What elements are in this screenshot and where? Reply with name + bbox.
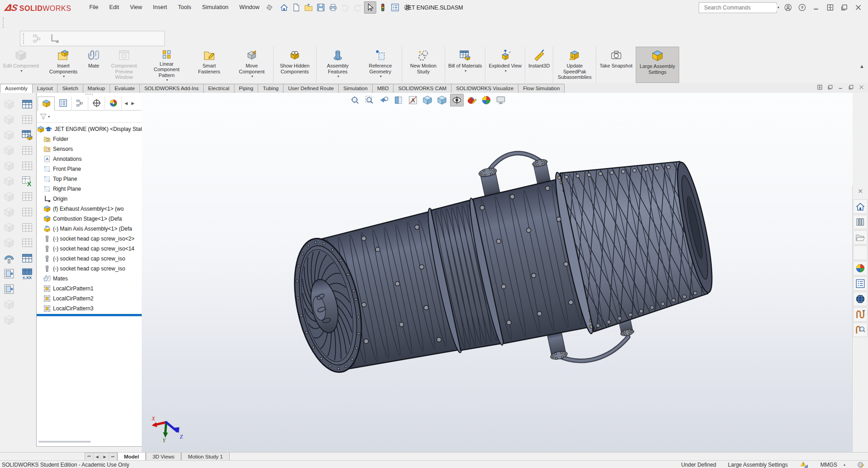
quick-access-button[interactable]: ▾ (291, 2, 302, 13)
hud-button[interactable]: ▾ (378, 94, 390, 106)
next-tab-icon[interactable]: ▶ (101, 454, 109, 459)
tree-item[interactable]: ▶ Sensors (37, 144, 142, 154)
tree-item[interactable]: ▶ Origin (37, 194, 142, 204)
commandmanager-tab[interactable]: Piping (234, 84, 259, 93)
doc-window-button[interactable] (858, 84, 864, 90)
task-pane-button[interactable] (853, 246, 868, 260)
quick-access-button[interactable]: ▾ (352, 2, 363, 13)
commandmanager-tab[interactable]: Markup (83, 84, 110, 93)
ribbon-button[interactable]: Take Snapshot (596, 47, 636, 83)
panel-tab[interactable] (88, 96, 105, 110)
task-pane-button[interactable] (853, 276, 868, 291)
commandmanager-tab[interactable]: User Defined Route (283, 84, 339, 93)
prev-tab-icon[interactable]: ◀ (93, 454, 101, 459)
left-toolbar-icon[interactable] (3, 281, 15, 297)
ribbon-button[interactable]: Insert Components▾ (42, 47, 85, 83)
units-caret-icon[interactable]: ▴ (844, 463, 845, 467)
tree-item[interactable]: ▶ Folder (37, 134, 142, 144)
titlebar-button[interactable] (781, 3, 795, 12)
left-toolbar-icon[interactable] (21, 174, 33, 189)
hud-button[interactable]: ▾ (436, 94, 448, 106)
search-commands-box[interactable]: ▾ (699, 2, 777, 13)
left-toolbar-icon[interactable] (21, 158, 33, 174)
menu-item[interactable]: Window (234, 0, 265, 15)
toolbar-drag-handle[interactable] (3, 17, 5, 28)
ribbon-button[interactable]: Reference Geometry▾ (359, 47, 402, 83)
tree-item[interactable]: ▶ Annotations (37, 154, 142, 164)
document-tab[interactable]: Model (117, 453, 146, 461)
quick-access-button[interactable]: ▾ (402, 2, 413, 13)
tree-item[interactable]: ▶ (-) socket head cap screw_iso (37, 254, 142, 264)
performance-warning-icon[interactable] (800, 461, 809, 468)
document-tab[interactable]: 3D Views (146, 453, 181, 461)
units-selector[interactable]: MMGS ▴ (820, 462, 845, 468)
quick-access-button[interactable]: ▾ (340, 2, 351, 13)
commandmanager-tab[interactable]: Tubing (258, 84, 283, 93)
tree-horizontal-scrollbar[interactable] (38, 441, 91, 443)
left-toolbar-icon[interactable] (21, 266, 33, 281)
quick-access-button[interactable]: ▾ (377, 2, 388, 13)
titlebar-button[interactable] (795, 3, 809, 12)
commandmanager-tab[interactable]: MBD (372, 84, 394, 93)
left-toolbar-icon[interactable] (21, 220, 33, 235)
pin-menu-icon[interactable]: ⚄ (265, 3, 273, 12)
panel-tab-scroll-left-icon[interactable]: ◀ (124, 100, 129, 106)
left-toolbar-icon[interactable] (21, 235, 33, 251)
tree-item[interactable]: ▶ Right Plane (37, 184, 142, 194)
jet-engine-model[interactable] (142, 93, 853, 452)
task-pane-button[interactable] (853, 261, 868, 275)
ribbon-button[interactable]: Bill of Materials▾ (445, 47, 485, 83)
doc-window-button[interactable] (848, 84, 854, 90)
hud-button[interactable]: ▾ (480, 94, 493, 106)
doc-window-button[interactable] (817, 84, 823, 90)
panel-tab[interactable] (38, 96, 55, 111)
menu-item[interactable]: Edit (104, 0, 125, 15)
menu-item[interactable]: Simulation (197, 0, 234, 15)
left-toolbar-icon[interactable] (3, 174, 15, 189)
left-toolbar-icon[interactable] (3, 158, 15, 174)
ribbon-button[interactable]: Linear Component Pattern▾ (145, 47, 188, 83)
hud-button[interactable]: ▾ (421, 94, 434, 106)
ribbon-button[interactable]: Mate (85, 47, 103, 83)
left-toolbar-icon[interactable] (3, 143, 15, 158)
tree-root-item[interactable]: JET ENGINE (WORK) <Display Stat (37, 124, 142, 134)
ribbon-button[interactable]: Show Hidden Components (273, 47, 316, 83)
titlebar-button[interactable] (809, 3, 823, 12)
hud-button[interactable]: ▾ (465, 94, 478, 106)
task-pane-close-icon[interactable]: ✕ (858, 188, 863, 195)
macro-drag-handle[interactable] (23, 33, 26, 44)
tree-item[interactable]: ▶ (-) socket head cap screw_iso<14 (37, 244, 142, 254)
sketch-tool-icon[interactable] (49, 34, 59, 43)
commandmanager-tab[interactable]: Electrical (203, 84, 235, 93)
filter-caret[interactable]: ▾ (48, 115, 50, 119)
hud-button[interactable]: ▾ (392, 94, 405, 106)
panel-tab[interactable] (72, 96, 88, 110)
left-toolbar-icon[interactable] (3, 220, 15, 235)
ribbon-button[interactable]: Smart Fasteners (188, 47, 230, 83)
commandmanager-tab[interactable]: Simulation (338, 84, 373, 93)
first-tab-icon[interactable]: ⏮ (85, 454, 93, 459)
tags-icon[interactable] (857, 461, 864, 468)
tree-item[interactable]: ▶ (-) socket head cap screw_iso<2> (37, 234, 142, 244)
hud-button[interactable]: ▾ (363, 94, 376, 106)
left-toolbar-icon[interactable] (3, 235, 15, 251)
tree-item[interactable]: ▶ (-) socket head cap screw_iso (37, 264, 142, 274)
commandmanager-tab[interactable]: Layout (32, 84, 58, 93)
left-toolbar-icon[interactable] (3, 96, 15, 112)
task-pane-button[interactable] (853, 292, 868, 306)
sketch-tool-icon[interactable] (32, 34, 42, 43)
ribbon-button[interactable]: Move Component▾ (230, 47, 273, 83)
document-tab[interactable]: Motion Study 1 (181, 453, 230, 461)
left-toolbar-icon[interactable] (3, 297, 15, 312)
search-scope-caret[interactable]: ▾ (777, 5, 779, 10)
quick-access-button[interactable]: ▾ (278, 2, 290, 13)
collapse-ribbon-icon[interactable]: ▲ (859, 63, 864, 69)
hud-button[interactable]: ▾ (450, 94, 464, 106)
hud-button[interactable]: ▾ (494, 94, 507, 106)
titlebar-button[interactable] (851, 3, 865, 12)
tree-item[interactable]: ▶ LocalCirPattern2 (37, 294, 142, 304)
task-pane-button[interactable] (853, 230, 868, 245)
task-pane-button[interactable] (853, 307, 868, 322)
menu-item[interactable]: Insert (148, 0, 173, 15)
ribbon-button[interactable]: Update SpeedPak Subassemblies (553, 47, 596, 83)
